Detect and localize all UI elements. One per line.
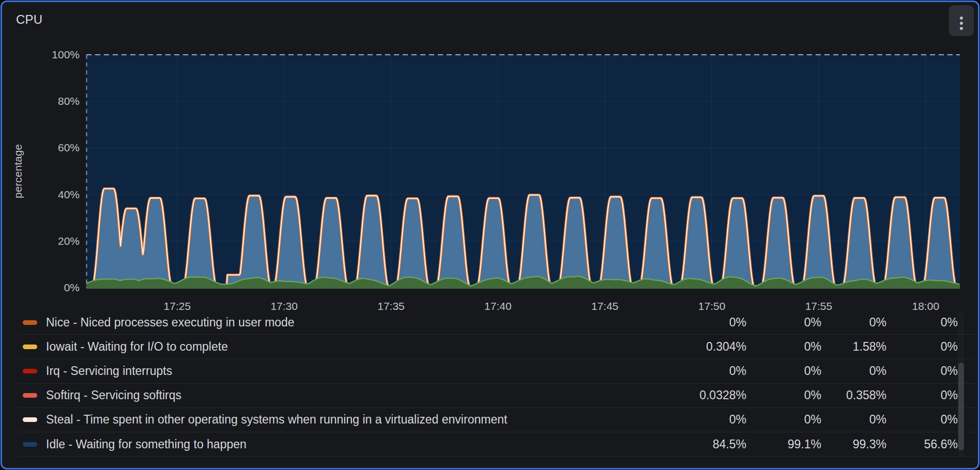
legend-scrollbar-thumb[interactable] — [958, 363, 964, 450]
series-value: 0% — [821, 413, 886, 427]
series-value: 0% — [746, 413, 821, 427]
series-value: 0% — [821, 364, 886, 378]
legend-row: Nice - Niced processes executing in user… — [18, 310, 975, 335]
series-value: 0% — [664, 413, 746, 427]
grafana-screen: CPU 0%20%40%60%80%100%17:2517:3017:3517:… — [0, 0, 980, 470]
series-value: 0.304% — [664, 340, 746, 354]
series-color-swatch[interactable] — [23, 369, 37, 373]
legend-table: Nice - Niced processes executing in user… — [18, 310, 975, 457]
series-values: 84.5% 99.1% 99.3% 56.6% — [664, 432, 958, 456]
y-tick-label: 0% — [64, 281, 80, 293]
legend-row: Steal - Time spent in other operating sy… — [18, 408, 975, 432]
series-label[interactable]: Iowait - Waiting for I/O to complete — [46, 340, 228, 354]
series-values: 0% 0% 0% 0% — [664, 408, 958, 432]
series-value: 1.58% — [821, 340, 886, 354]
y-tick-label: 60% — [58, 142, 80, 153]
y-tick-label: 40% — [58, 189, 80, 200]
series-values: 0.304% 0% 1.58% 0% — [664, 335, 958, 358]
series-value: 0% — [746, 316, 821, 330]
series-value: 0% — [746, 340, 821, 354]
series-label[interactable]: Softirq - Servicing softirqs — [46, 388, 181, 402]
series-value: 99.1% — [746, 437, 821, 451]
y-tick-label: 100% — [52, 49, 80, 60]
series-value: 0% — [886, 413, 958, 427]
series-value: 0.358% — [821, 388, 886, 402]
series-value: 0% — [746, 364, 821, 378]
series-value: 0.0328% — [664, 388, 746, 402]
series-color-swatch[interactable] — [23, 442, 37, 447]
panel-title: CPU — [16, 12, 42, 27]
series-color-swatch[interactable] — [23, 344, 37, 349]
series-color-swatch[interactable] — [23, 417, 37, 422]
legend-row: Idle - Waiting for something to happen 8… — [18, 432, 975, 457]
series-label[interactable]: Irq - Servicing interrupts — [46, 364, 172, 378]
series-value: 84.5% — [664, 437, 746, 451]
plot-area[interactable] — [86, 55, 960, 288]
series-color-swatch[interactable] — [23, 320, 37, 325]
legend-row: Softirq - Servicing softirqs 0.0328% 0% … — [18, 384, 975, 408]
legend-row: Iowait - Waiting for I/O to complete 0.3… — [18, 335, 975, 359]
series-label[interactable]: Nice - Niced processes executing in user… — [46, 316, 295, 330]
series-values: 0% 0% 0% 0% — [664, 359, 958, 383]
cpu-panel: CPU 0%20%40%60%80%100%17:2517:3017:3517:… — [1, 1, 979, 469]
legend-row: Irq - Servicing interrupts 0% 0% 0% 0% — [18, 359, 975, 383]
panel-menu-button[interactable] — [949, 5, 974, 36]
series-label[interactable]: Steal - Time spent in other operating sy… — [46, 413, 507, 427]
series-value: 99.3% — [821, 437, 886, 451]
series-value: 0% — [886, 316, 958, 330]
y-tick-label: 20% — [58, 235, 80, 247]
series-value: 0% — [664, 364, 746, 378]
y-axis-title: percentage — [12, 144, 24, 198]
series-value: 0% — [886, 340, 958, 354]
series-value: 0% — [886, 364, 958, 378]
series-color-swatch[interactable] — [23, 393, 37, 398]
series-values: 0% 0% 0% 0% — [664, 310, 958, 334]
series-value: 0% — [821, 316, 886, 330]
series-value: 0% — [886, 388, 958, 402]
series-label[interactable]: Idle - Waiting for something to happen — [46, 437, 247, 451]
series-value: 0% — [746, 388, 821, 402]
series-values: 0.0328% 0% 0.358% 0% — [664, 384, 958, 408]
series-value: 56.6% — [886, 437, 958, 451]
kebab-vertical-icon — [960, 17, 963, 20]
series-value: 0% — [664, 316, 746, 330]
y-tick-label: 80% — [58, 95, 80, 107]
